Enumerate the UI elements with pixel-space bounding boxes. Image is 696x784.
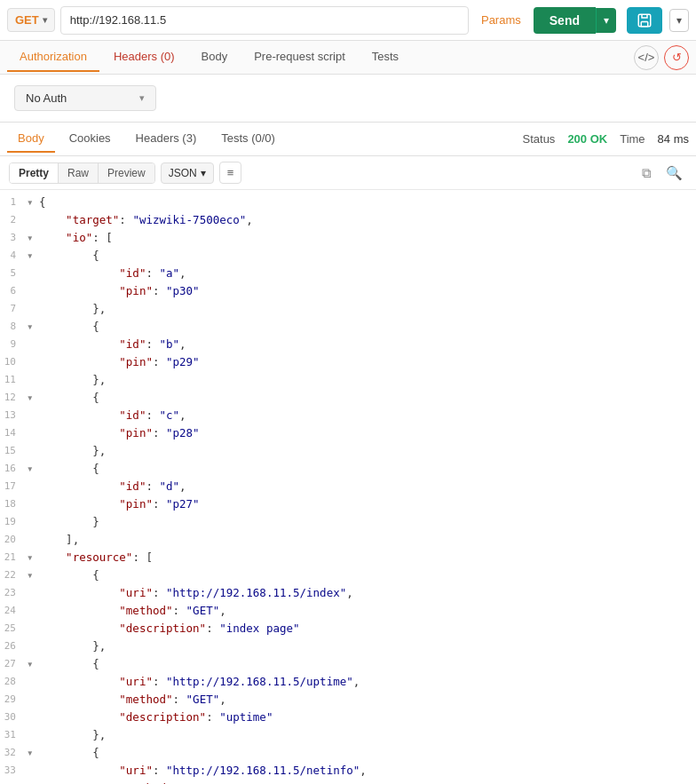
json-line: 16▾ { bbox=[0, 460, 696, 478]
tab-body[interactable]: Body bbox=[189, 43, 241, 72]
json-content: }, bbox=[39, 371, 106, 389]
view-raw-button[interactable]: Raw bbox=[59, 163, 99, 183]
format-selector[interactable]: JSON ▾ bbox=[161, 162, 214, 184]
request-tabs: Authorization Headers (0) Body Pre-reque… bbox=[0, 41, 696, 75]
json-line: 18 "pin": "p27" bbox=[0, 495, 696, 513]
json-content: "uri": "http://192.168.11.5/netinfo", bbox=[39, 762, 367, 780]
line-number: 9 bbox=[0, 336, 27, 352]
json-content: "id": "b", bbox=[39, 336, 186, 353]
time-value: 84 ms bbox=[658, 132, 689, 146]
json-content: }, bbox=[39, 442, 106, 460]
json-content: "uri": "http://192.168.11.5/index", bbox=[39, 584, 353, 602]
view-preview-button[interactable]: Preview bbox=[99, 163, 154, 183]
json-content: "method": "GET", bbox=[39, 602, 226, 620]
resp-tab-tests[interactable]: Tests (0/0) bbox=[210, 125, 286, 153]
reset-icon: ↺ bbox=[672, 51, 682, 64]
collapse-arrow-icon[interactable]: ▾ bbox=[27, 229, 39, 247]
line-number: 8 bbox=[0, 318, 27, 335]
collapse-arrow-icon[interactable]: ▾ bbox=[27, 318, 39, 336]
tab-authorization[interactable]: Authorization bbox=[7, 43, 99, 72]
json-content: }, bbox=[39, 637, 106, 655]
json-line: 23 "uri": "http://192.168.11.5/index", bbox=[0, 584, 696, 602]
json-content: }, bbox=[39, 726, 106, 744]
response-status-area: Status 200 OK Time 84 ms bbox=[523, 132, 689, 146]
send-arrow-button[interactable]: ▾ bbox=[596, 8, 616, 33]
json-line: 12▾ { bbox=[0, 389, 696, 407]
json-line: 31 }, bbox=[0, 726, 696, 744]
status-label: Status bbox=[523, 132, 556, 146]
json-content: "uri": "http://192.168.11.5/uptime", bbox=[39, 673, 360, 691]
json-line: 29 "method": "GET", bbox=[0, 691, 696, 709]
json-content: "pin": "p27" bbox=[39, 495, 200, 513]
line-number: 20 bbox=[0, 531, 27, 548]
resp-tab-cookies[interactable]: Cookies bbox=[59, 125, 122, 153]
resp-tab-body[interactable]: Body bbox=[7, 125, 55, 153]
json-line: 15 }, bbox=[0, 442, 696, 460]
more-button[interactable]: ▾ bbox=[669, 9, 689, 32]
json-line: 9 "id": "b", bbox=[0, 336, 696, 353]
copy-button[interactable]: ⧉ bbox=[637, 163, 656, 183]
line-number: 15 bbox=[0, 442, 27, 459]
reset-icon-button[interactable]: ↺ bbox=[664, 45, 689, 70]
response-icons: ⧉ 🔍 bbox=[637, 163, 687, 183]
collapse-arrow-icon[interactable]: ▾ bbox=[27, 744, 39, 762]
params-button[interactable]: Params bbox=[474, 13, 528, 27]
json-content: "id": "c", bbox=[39, 407, 186, 424]
code-icon: </> bbox=[638, 51, 655, 64]
tab-pre-request-script[interactable]: Pre-request script bbox=[241, 43, 358, 72]
json-content: "resource": [ bbox=[39, 549, 153, 566]
collapse-arrow-icon[interactable]: ▾ bbox=[27, 460, 39, 478]
line-number: 28 bbox=[0, 673, 27, 690]
line-number: 7 bbox=[0, 300, 27, 317]
line-number: 25 bbox=[0, 620, 27, 637]
json-line: 4▾ { bbox=[0, 247, 696, 265]
collapse-arrow-icon[interactable]: ▾ bbox=[27, 549, 39, 566]
line-number: 30 bbox=[0, 709, 27, 725]
json-line: 1▾{ bbox=[0, 194, 696, 211]
tab-tests[interactable]: Tests bbox=[360, 43, 411, 72]
save-button[interactable] bbox=[627, 7, 662, 34]
send-button[interactable]: Send bbox=[534, 7, 596, 34]
line-number: 27 bbox=[0, 655, 27, 672]
line-number: 4 bbox=[0, 247, 27, 264]
json-content: }, bbox=[39, 300, 106, 318]
line-number: 12 bbox=[0, 389, 27, 406]
json-content: "io": [ bbox=[39, 229, 113, 247]
method-label: GET bbox=[15, 13, 39, 27]
line-number: 29 bbox=[0, 691, 27, 708]
view-button-group: Pretty Raw Preview bbox=[9, 162, 155, 184]
url-input[interactable] bbox=[60, 6, 469, 35]
collapse-arrow-icon[interactable]: ▾ bbox=[27, 655, 39, 673]
auth-type-selector[interactable]: No Auth ▾ bbox=[14, 85, 156, 111]
json-line: 8▾ { bbox=[0, 318, 696, 336]
format-chevron-icon: ▾ bbox=[201, 167, 206, 179]
method-selector[interactable]: GET ▾ bbox=[7, 8, 55, 32]
collapse-arrow-icon[interactable]: ▾ bbox=[27, 194, 39, 211]
code-icon-button[interactable]: </> bbox=[634, 45, 659, 70]
search-button[interactable]: 🔍 bbox=[661, 163, 687, 183]
json-line: 34 "method": "GET", bbox=[0, 780, 696, 784]
json-line: 32▾ { bbox=[0, 744, 696, 762]
json-line: 27▾ { bbox=[0, 655, 696, 673]
line-number: 3 bbox=[0, 229, 27, 246]
line-number: 6 bbox=[0, 282, 27, 299]
json-content: "pin": "p30" bbox=[39, 282, 200, 300]
collapse-arrow-icon[interactable]: ▾ bbox=[27, 566, 39, 584]
svg-rect-1 bbox=[641, 21, 648, 26]
time-label: Time bbox=[620, 132, 645, 146]
collapse-arrow-icon[interactable]: ▾ bbox=[27, 247, 39, 265]
collapse-arrow-icon[interactable]: ▾ bbox=[27, 389, 39, 407]
json-line: 25 "description": "index page" bbox=[0, 620, 696, 637]
auth-chevron-icon: ▾ bbox=[139, 92, 145, 104]
line-number: 13 bbox=[0, 407, 27, 424]
resp-tab-headers[interactable]: Headers (3) bbox=[125, 125, 208, 153]
tab-headers[interactable]: Headers (0) bbox=[101, 43, 187, 72]
wrap-button[interactable]: ≡ bbox=[219, 162, 242, 184]
json-line: 21▾ "resource": [ bbox=[0, 549, 696, 566]
status-value: 200 OK bbox=[567, 132, 607, 146]
view-pretty-button[interactable]: Pretty bbox=[10, 163, 59, 183]
json-line: 19 } bbox=[0, 513, 696, 531]
json-content: } bbox=[39, 513, 99, 531]
save-icon bbox=[637, 12, 652, 28]
line-number: 32 bbox=[0, 744, 27, 761]
